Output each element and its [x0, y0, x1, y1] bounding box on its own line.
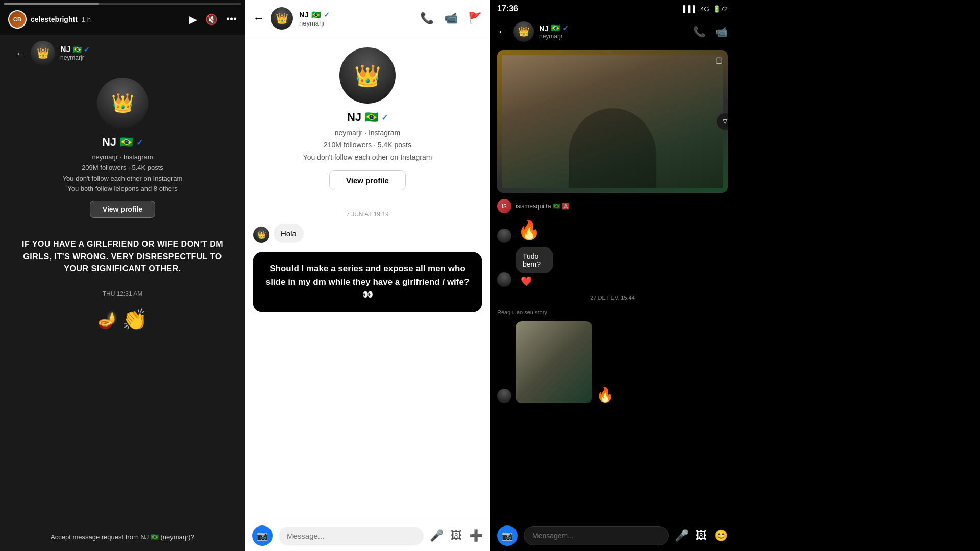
video-icon[interactable]: 📹: [444, 12, 458, 25]
more-icon[interactable]: •••: [226, 13, 237, 26]
message-bubble-hola: Hola: [274, 224, 304, 243]
flag-icon[interactable]: 🚩: [468, 12, 482, 25]
sender-label-row: IS isismesquitta 🇧🇷 🅰️: [497, 199, 728, 213]
add-icon[interactable]: ➕: [469, 529, 483, 542]
reaction-fire-emoji: 🔥: [596, 386, 614, 403]
right-message-input[interactable]: [524, 526, 669, 545]
story-profile-name: NJ 🇧🇷 ✓: [102, 136, 143, 149]
dm-camera-button[interactable]: 📷: [252, 525, 273, 546]
dm-header: ← 👑 NJ 🇧🇷 ✓ neymarjr 📞 📹 🚩: [245, 0, 490, 37]
dm-username-row: NJ 🇧🇷 ✓: [299, 10, 414, 19]
right-emoji-icon[interactable]: 😊: [714, 529, 728, 542]
right-input-bar: 📷 🎤 🖼 😊: [490, 520, 735, 551]
story-controls: ▶ 🔇 •••: [189, 13, 237, 26]
right-dm-avatar: 👑: [513, 21, 534, 42]
story-profile-meta: neymarjr · Instagram 209M followers · 5.…: [63, 152, 183, 194]
story-top-bar: CB celestebrightt 1 h ▶ 🔇 •••: [0, 0, 245, 35]
story-chat-userinfo: NJ 🇧🇷 ✓ neymarjr: [60, 45, 90, 61]
dm-profile-meta: neymarjr · Instagram 210M followers · 5.…: [303, 127, 432, 163]
story-username: celestebrightt: [31, 15, 78, 23]
dm-input-icons: 🎤 🖼 ➕: [430, 529, 483, 542]
story-profile-avatar: 👑: [97, 78, 148, 129]
right-dm-userinfo: NJ 🇧🇷 ✓ neymarjr: [539, 23, 688, 40]
right-camera-button[interactable]: 📷: [497, 525, 518, 546]
story-reaction-row: 🔥: [497, 321, 728, 403]
right-dm-name: NJ 🇧🇷 ✓: [539, 23, 688, 33]
person-image: [502, 55, 723, 188]
heart-emoji: ❤️: [521, 276, 566, 287]
story-emoji-row: 🪔 👏: [97, 308, 148, 332]
right-msg-avatar-tudo: [497, 272, 511, 287]
dm-back-button[interactable]: ←: [253, 12, 264, 25]
right-dm-body: ▢ ▽ IS isismesquitta 🇧🇷 🅰️ 🔥 Tudo bem? ❤…: [490, 46, 735, 520]
dm-date-label: 7 JUN AT 19:19: [346, 211, 389, 218]
story-profile-card: 👑 NJ 🇧🇷 ✓ neymarjr · Instagram 209M foll…: [63, 78, 183, 218]
tudo-bem-row: Tudo bem? ❤️: [497, 247, 728, 287]
right-phone-icon[interactable]: 📞: [693, 26, 706, 38]
right-date-label: 27 DE FEV. 15:44: [497, 295, 728, 301]
right-camera-icon: 📷: [502, 530, 513, 541]
play-icon[interactable]: ▶: [189, 13, 197, 26]
story-overlay-text: IF YOU HAVE A GIRLFRIEND OR WIFE DON'T D…: [20, 238, 225, 275]
signal-icon: ▌▌▌: [683, 5, 698, 13]
dm-avatar: 👑: [271, 7, 293, 30]
story-user-avatar: CB: [8, 10, 27, 29]
story-timestamp: THU 12:31 AM: [103, 290, 143, 297]
story-content: ← 👑 NJ 🇧🇷 ✓ neymarjr 👑 NJ 🇧🇷 ✓: [0, 0, 245, 551]
story-chat-handle: neymarjr: [60, 54, 90, 61]
phone-icon[interactable]: 📞: [420, 12, 434, 25]
dm-view-profile-button[interactable]: View profile: [329, 170, 406, 190]
photo-icon[interactable]: 🖼: [451, 529, 462, 542]
dm-header-icons: 📞 📹 🚩: [420, 12, 482, 25]
back-arrow-icon[interactable]: ←: [15, 47, 26, 59]
mute-icon[interactable]: 🔇: [205, 13, 218, 26]
story-panel: CB celestebrightt 1 h ▶ 🔇 ••• ← 👑 NJ 🇧🇷 …: [0, 0, 245, 551]
story-reaction-photo: [516, 321, 592, 403]
right-dm-handle: neymarjr: [539, 33, 688, 40]
right-msg-avatar-fire: [497, 229, 511, 243]
reagiu-label: Reagiu ao seu story: [497, 309, 728, 315]
dm-profile-avatar: 👑: [339, 47, 396, 104]
dm-body: 👑 NJ 🇧🇷 ✓ neymarjr · Instagram 210M foll…: [245, 37, 490, 520]
tudo-bem-bubble: Tudo bem?: [516, 247, 553, 273]
lamp-emoji: 🪔: [97, 310, 118, 330]
right-dm-header: ← 👑 NJ 🇧🇷 ✓ neymarjr 📞 📹: [490, 17, 735, 46]
story-view-profile-button[interactable]: View profile: [90, 201, 155, 218]
dm-image-message: Should I make a series and expose all me…: [253, 252, 482, 312]
right-back-button[interactable]: ←: [497, 25, 508, 38]
battery-level: 🔋72: [713, 5, 728, 13]
story-chat-avatar: 👑: [31, 41, 55, 65]
story-photo-inner: [516, 321, 592, 403]
mic-icon[interactable]: 🎤: [430, 529, 444, 542]
right-mic-icon[interactable]: 🎤: [675, 529, 689, 542]
right-dm-panel: 17:36 ▌▌▌ 4G 🔋72 ← 👑 NJ 🇧🇷 ✓ neymarjr 📞 …: [490, 0, 735, 551]
accept-message-prompt: Accept message request from NJ 🇧🇷 (neyma…: [0, 533, 245, 541]
dm-profile-name: NJ 🇧🇷 ✓: [347, 111, 388, 124]
dm-image-text: Should I make a series and expose all me…: [253, 252, 482, 312]
right-dm-icons: 📞 📹: [693, 26, 728, 38]
right-photo-icon[interactable]: 🖼: [696, 529, 707, 542]
camera-icon: 📷: [257, 530, 268, 541]
sender-name: isismesquitta 🇧🇷 🅰️: [516, 203, 570, 210]
fire-emoji: 🔥: [516, 217, 543, 243]
sender-avatar: IS: [497, 199, 511, 213]
dm-message-input[interactable]: [279, 527, 424, 545]
right-msg-avatar-story: [497, 389, 511, 403]
status-icons: ▌▌▌ 4G 🔋72: [683, 5, 728, 13]
dm-panel: ← 👑 NJ 🇧🇷 ✓ neymarjr 📞 📹 🚩 👑 NJ: [245, 0, 490, 551]
clap-emoji: 👏: [122, 308, 148, 332]
photo-corner-icon: ▢: [715, 55, 723, 65]
message-row-hola: 👑 Hola: [253, 224, 482, 243]
shared-photo-container: ▢ ▽: [497, 50, 728, 193]
fire-message-row: 🔥: [497, 217, 728, 243]
story-chat-header: ← 👑 NJ 🇧🇷 ✓ neymarjr: [15, 41, 230, 65]
right-video-icon[interactable]: 📹: [715, 26, 728, 38]
pin-icon: ▽: [723, 118, 727, 125]
dm-handle: neymarjr: [299, 19, 414, 27]
story-chat-name: NJ 🇧🇷 ✓: [60, 45, 90, 54]
status-time: 17:36: [497, 4, 518, 13]
shared-photo-image: ▢: [497, 50, 728, 193]
network-type: 4G: [700, 5, 709, 13]
dm-input-bar: 📷 🎤 🖼 ➕: [245, 520, 490, 551]
dm-user-info: NJ 🇧🇷 ✓ neymarjr: [299, 10, 414, 27]
